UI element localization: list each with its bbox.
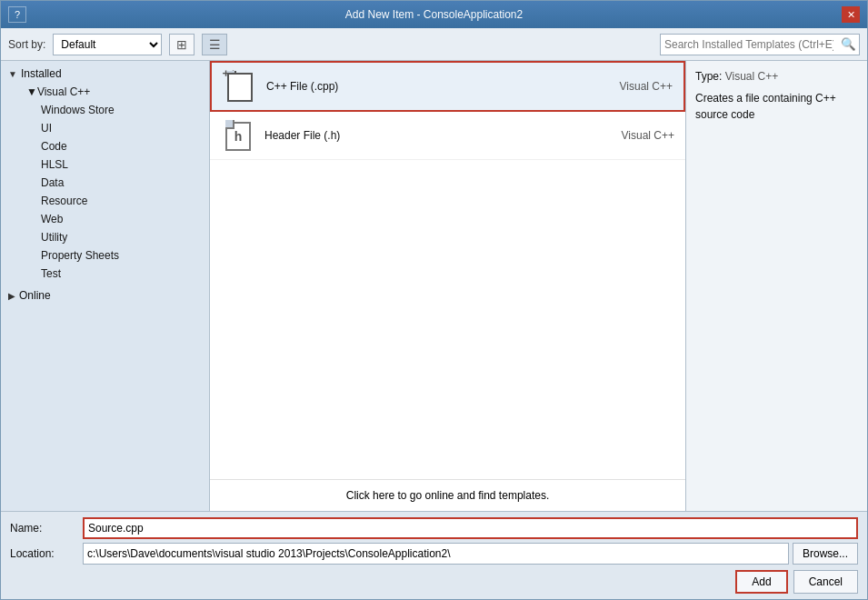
h-file-icon: h (221, 119, 254, 152)
online-templates-link[interactable]: Click here to go online and find templat… (346, 489, 549, 502)
sidebar: ▼ Installed ▼ Visual C++ Windows Store U… (1, 61, 210, 511)
file-list: ⁺⁺ C++ File (.cpp) Visual C++ h (210, 61, 685, 479)
type-description: Creates a file containing C++ source cod… (695, 90, 858, 123)
h-file-name: Header File (.h) (264, 129, 584, 142)
main-content: ▼ Installed ▼ Visual C++ Windows Store U… (1, 61, 867, 511)
right-panel: Type: Visual C++ Creates a file containi… (685, 61, 867, 511)
cpp-file-type: Visual C++ (582, 80, 673, 93)
installed-label: Installed (21, 67, 62, 80)
sidebar-item-hlsl[interactable]: HLSL (1, 155, 209, 174)
sidebar-item-resource[interactable]: Resource (1, 192, 209, 210)
file-item-cpp[interactable]: ⁺⁺ C++ File (.cpp) Visual C++ (210, 61, 685, 112)
add-button[interactable]: Add (735, 570, 787, 594)
sidebar-item-windows-store[interactable]: Windows Store (1, 101, 209, 119)
title-bar-left: ? (8, 6, 26, 23)
visual-cpp-triangle: ▼ (26, 85, 37, 98)
search-box: 🔍 (660, 34, 860, 55)
sidebar-item-code[interactable]: Code (1, 137, 209, 155)
close-button[interactable]: ✕ (842, 6, 860, 23)
cpp-file-icon: ⁺⁺ (223, 70, 255, 103)
view-list-button[interactable]: ☰ (202, 34, 227, 55)
h-file-type: Visual C++ (584, 129, 674, 142)
sort-label: Sort by: (8, 38, 45, 51)
bottom-actions: Add Cancel (10, 570, 858, 594)
type-label: Type: (695, 70, 722, 83)
sidebar-item-ui[interactable]: UI (1, 119, 209, 137)
sidebar-item-data[interactable]: Data (1, 174, 209, 192)
name-row: Name: (10, 517, 858, 539)
type-row: Type: Visual C++ (695, 70, 858, 83)
toolbar: Sort by: Default ⊞ ☰ 🔍 (1, 28, 867, 61)
sort-select[interactable]: Default (53, 34, 162, 55)
location-row: Location: Browse... (10, 543, 858, 565)
cpp-file-name: C++ File (.cpp) (266, 80, 582, 93)
sidebar-item-test[interactable]: Test (1, 265, 209, 283)
search-button[interactable]: 🔍 (837, 34, 859, 55)
installed-triangle: ▼ (8, 69, 17, 79)
name-label: Name: (10, 522, 83, 535)
cancel-button[interactable]: Cancel (793, 570, 858, 594)
type-value: Visual C++ (725, 70, 778, 83)
sidebar-item-web[interactable]: Web (1, 210, 209, 228)
sidebar-installed[interactable]: ▼ Installed (1, 65, 209, 83)
file-list-footer: Click here to go online and find templat… (210, 479, 685, 511)
sidebar-visual-cpp[interactable]: ▼ Visual C++ (1, 83, 209, 101)
browse-button[interactable]: Browse... (793, 543, 858, 565)
h-letter: h (234, 129, 243, 144)
title-bar-right: ✕ (842, 6, 860, 23)
online-label: Online (19, 289, 51, 302)
sidebar-item-property-sheets[interactable]: Property Sheets (1, 246, 209, 265)
location-input[interactable] (83, 543, 789, 565)
title-bar: ? Add New Item - ConsoleApplication2 ✕ (1, 1, 867, 28)
bottom-bar: Name: Location: Browse... Add Cancel (1, 511, 867, 599)
dialog-title: Add New Item - ConsoleApplication2 (26, 8, 842, 21)
online-triangle: ▶ (8, 291, 15, 301)
file-list-container: ⁺⁺ C++ File (.cpp) Visual C++ h (210, 61, 685, 511)
file-item-h[interactable]: h Header File (.h) Visual C++ (210, 112, 685, 160)
name-input[interactable] (83, 517, 858, 539)
add-new-item-dialog: ? Add New Item - ConsoleApplication2 ✕ S… (0, 0, 868, 600)
sidebar-item-utility[interactable]: Utility (1, 228, 209, 246)
visual-cpp-label: Visual C++ (37, 85, 90, 98)
location-label: Location: (10, 547, 83, 560)
search-input[interactable] (661, 35, 837, 55)
view-grid-button[interactable]: ⊞ (169, 34, 195, 55)
help-button[interactable]: ? (8, 6, 26, 23)
sidebar-online[interactable]: ▶ Online (1, 286, 209, 305)
